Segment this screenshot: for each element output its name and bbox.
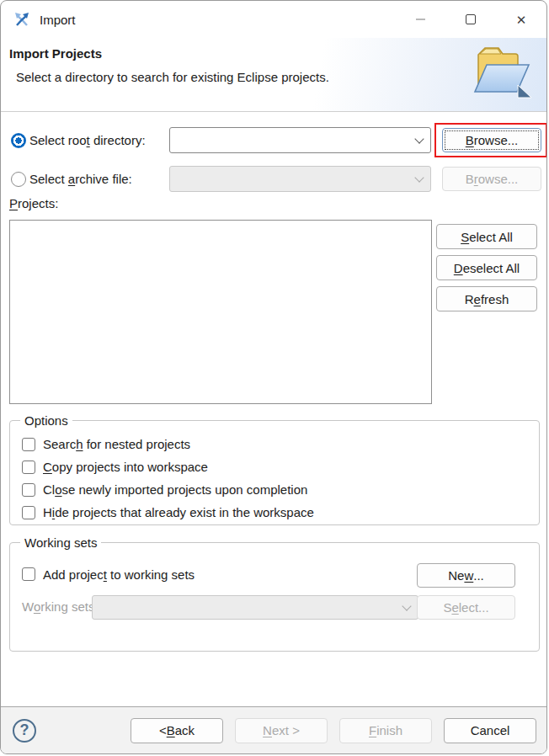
title-bar: Import ✕ [1, 1, 546, 38]
search-nested-checkbox[interactable] [22, 438, 35, 451]
add-to-working-sets-checkbox[interactable] [22, 567, 35, 581]
select-archive-file-label[interactable]: Select archive file: [29, 171, 132, 188]
add-to-working-sets-row[interactable]: Add project to working sets [22, 566, 195, 583]
help-icon: ? [20, 721, 29, 739]
add-to-working-sets-label[interactable]: Add project to working sets [43, 567, 195, 582]
select-root-directory-label[interactable]: Select root directory: [29, 132, 146, 149]
root-directory-combo[interactable] [169, 127, 431, 153]
new-working-set-button[interactable]: New... [417, 563, 515, 588]
wizard-buttons: < Back Next > Finish Cancel [131, 718, 536, 743]
page-subtitle: Select a directory to search for existin… [16, 70, 329, 84]
copy-projects-checkbox[interactable] [22, 461, 35, 474]
working-sets-group-title: Working sets [20, 535, 101, 551]
next-button: Next > [235, 718, 328, 743]
select-root-directory-radio[interactable] [11, 133, 26, 148]
options-group-title: Options [20, 413, 72, 429]
button-bar: ? < Back Next > Finish Cancel [1, 706, 546, 753]
select-all-button[interactable]: Select All [436, 224, 537, 249]
eclipse-import-icon [13, 11, 30, 28]
refresh-button[interactable]: Refresh [436, 286, 537, 311]
select-working-set-button: Select... [417, 595, 515, 620]
option-row-copy[interactable]: Copy projects into workspace [22, 458, 539, 476]
projects-label: Projects: [9, 195, 58, 212]
help-button[interactable]: ? [13, 719, 36, 743]
cancel-button[interactable]: Cancel [444, 718, 536, 743]
maximize-icon [466, 14, 476, 24]
hide-existing-label[interactable]: Hide projects that already exist in the … [43, 505, 314, 519]
search-nested-label[interactable]: Search for nested projects [43, 437, 190, 451]
copy-projects-label[interactable]: Copy projects into workspace [43, 460, 208, 474]
hide-existing-checkbox[interactable] [22, 506, 35, 519]
option-row-nested[interactable]: Search for nested projects [22, 435, 539, 453]
options-group: Options Search for nested projects Copy … [9, 420, 540, 525]
deselect-all-button[interactable]: Deselect All [436, 255, 537, 280]
import-dialog: Import ✕ Import Projects Select a direct… [0, 0, 547, 754]
close-icon: ✕ [516, 13, 527, 26]
open-folder-icon [468, 40, 532, 104]
window-title: Import [40, 13, 76, 27]
close-button[interactable]: ✕ [496, 1, 546, 38]
archive-file-combo [169, 166, 431, 192]
maximize-button[interactable] [445, 1, 496, 38]
wizard-header: Import Projects Select a directory to se… [1, 38, 546, 112]
option-row-close[interactable]: Close newly imported projects upon compl… [22, 481, 539, 498]
caption-buttons: ✕ [395, 1, 546, 38]
working-sets-label: Working sets: [22, 599, 99, 615]
close-imported-checkbox[interactable] [22, 483, 35, 497]
chevron-down-icon [402, 601, 411, 610]
option-row-hide[interactable]: Hide projects that already exist in the … [22, 503, 539, 521]
working-sets-group: Working sets Add project to working sets… [9, 542, 540, 652]
minimize-button [395, 1, 445, 38]
browse-archive-button: Browse... [442, 167, 541, 191]
browse-root-button[interactable]: Browse... [442, 128, 541, 152]
finish-button: Finish [339, 718, 432, 743]
chevron-down-icon [414, 134, 424, 143]
projects-list[interactable] [9, 220, 432, 404]
back-button[interactable]: < Back [131, 718, 223, 743]
working-sets-combo [92, 595, 418, 620]
page-title: Import Projects [9, 46, 102, 61]
chevron-down-icon [414, 173, 424, 182]
select-archive-file-radio[interactable] [11, 172, 26, 187]
minimize-icon [416, 19, 425, 20]
close-imported-label[interactable]: Close newly imported projects upon compl… [43, 482, 307, 497]
wizard-body: Select root directory: Browse... Select … [1, 112, 546, 706]
